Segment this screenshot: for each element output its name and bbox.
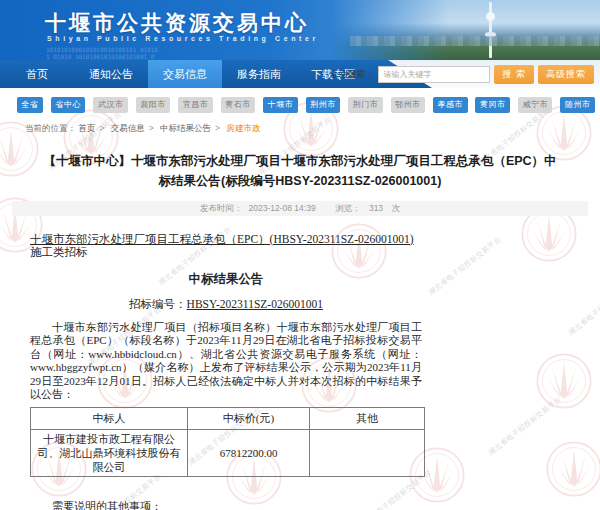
bid-number: HBSY-202311SZ-026001001 xyxy=(187,298,323,310)
header-banner: 十堰市公共资源交易中心 Shiyan Public Resources Trad… xyxy=(0,0,600,60)
header-winner: 中标人 xyxy=(31,407,188,429)
views-count: 313 xyxy=(369,203,383,213)
cell-other xyxy=(310,429,425,476)
site-search: 全站搜索： 搜 索 高级搜索 xyxy=(329,60,594,88)
doc-heading: 中标结果公告 xyxy=(30,273,422,287)
table-row: 十堰市建投市政工程有限公司、湖北山鼎环境科技股份有限公司 67812200.00 xyxy=(31,429,425,476)
region-button[interactable]: 黄冈市 xyxy=(475,97,510,113)
views-label: 浏览： xyxy=(335,203,361,213)
breadcrumb-trading-info[interactable]: 交易信息 xyxy=(111,123,145,133)
region-button[interactable]: 咸宁市 xyxy=(518,97,553,113)
search-button[interactable]: 搜 索 xyxy=(494,65,534,84)
region-button[interactable]: 武汉市 xyxy=(93,97,128,113)
region-button[interactable]: 襄阳市 xyxy=(136,97,171,113)
nav-item-trading-info[interactable]: 交易信息 xyxy=(148,60,222,88)
site-subtitle-english: Shiyan Public Resources Trading Center xyxy=(47,35,319,42)
region-button[interactable]: 孝感市 xyxy=(433,97,468,113)
doc-project-line: 十堰市东部污水处理厂项目工程总承包（EPC）(HBSY-202311SZ-026… xyxy=(30,233,422,260)
header-other: 其他 xyxy=(310,407,425,429)
result-table: 中标人 中标价(元) 其他 十堰市建投市政工程有限公司、湖北山鼎环境科技股份有限… xyxy=(30,407,425,477)
article-content: 【十堰市中心】十堰市东部污水处理厂项目十堰市东部污水处理厂项目工程总承包（EPC… xyxy=(0,151,600,510)
region-button[interactable]: 全省 xyxy=(17,97,43,113)
breadcrumb: 当前的位置： 首页> 交易信息> 中标结果公告> 房建市政 xyxy=(0,116,600,141)
banner-cityscape-image xyxy=(330,0,600,60)
publish-time-label: 发布时间： xyxy=(200,203,243,213)
region-button[interactable]: 省中心 xyxy=(51,97,86,113)
region-button[interactable]: 鄂州市 xyxy=(391,97,426,113)
region-filter-row: 全省 省中心 武汉市 襄阳市 宜昌市 黄石市 十堰市 荆州市 荆门市 鄂州市 孝… xyxy=(0,88,600,116)
breadcrumb-home[interactable]: 首页 xyxy=(78,123,95,133)
bid-number-line: 招标编号：HBSY-202311SZ-026001001 xyxy=(30,298,422,312)
search-label: 全站搜索： xyxy=(329,68,374,81)
cell-winner: 十堰市建投市政工程有限公司、湖北山鼎环境科技股份有限公司 xyxy=(31,429,188,476)
tv-tower-silhouette xyxy=(489,2,492,58)
nav-item-home[interactable]: 首页 xyxy=(0,60,74,88)
site-title: 十堰市公共资源交易中心 xyxy=(45,9,309,37)
article-meta-bar: 发布时间：2023-12-08 14:39 浏览： 313 次 xyxy=(12,201,588,216)
doc-note-heading: 需要说明的其他事项： xyxy=(30,500,422,510)
breadcrumb-current[interactable]: 房建市政 xyxy=(226,123,260,133)
search-input[interactable] xyxy=(378,66,490,83)
advanced-search-button[interactable]: 高级搜索 xyxy=(538,65,594,84)
header-price: 中标价(元) xyxy=(188,407,310,429)
page-title: 【十堰市中心】十堰市东部污水处理厂项目十堰市东部污水处理厂项目工程总承包（EPC… xyxy=(38,151,562,192)
doc-paragraph-announcement: 十堰市东部污水处理厂项目（招标项目名称）十堰市东部污水处理厂项目工程总承包（EP… xyxy=(30,321,422,402)
nav-item-notices[interactable]: 通知公告 xyxy=(74,60,148,88)
table-header-row: 中标人 中标价(元) 其他 xyxy=(31,407,425,429)
views-unit: 次 xyxy=(391,203,400,213)
region-button[interactable]: 黄石市 xyxy=(221,97,256,113)
nav-item-service-guide[interactable]: 服务指南 xyxy=(222,60,296,88)
publish-time: 2023-12-08 14:39 xyxy=(249,203,316,213)
cell-price: 67812200.00 xyxy=(188,429,310,476)
breadcrumb-result-notices[interactable]: 中标结果公告 xyxy=(160,123,211,133)
region-button[interactable]: 随州市 xyxy=(560,97,595,113)
breadcrumb-prefix: 当前的位置： xyxy=(25,123,76,133)
region-button[interactable]: 宜昌市 xyxy=(178,97,213,113)
main-navigation: 首页 通知公告 交易信息 服务指南 下载专区 全站搜索： 搜 索 高级搜索 xyxy=(0,60,600,88)
region-button[interactable]: 荆门市 xyxy=(348,97,383,113)
region-button[interactable]: 荆州市 xyxy=(306,97,341,113)
document-body: 十堰市东部污水处理厂项目工程总承包（EPC）(HBSY-202311SZ-026… xyxy=(30,233,422,510)
banner-binary-decoration: 1010101000101010010100101 01010 1 01010 … xyxy=(46,46,158,60)
region-button[interactable]: 十堰市 xyxy=(263,97,298,113)
